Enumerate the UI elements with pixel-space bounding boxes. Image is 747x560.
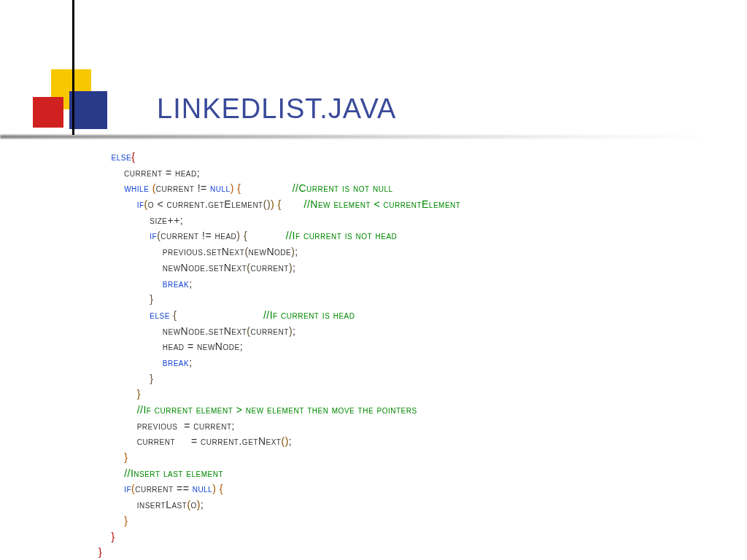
red-square <box>33 97 63 128</box>
code-line: } <box>98 450 460 466</box>
code-block: else{ current = head; while (current != … <box>98 149 460 560</box>
code-line: } <box>98 529 460 545</box>
code-line: newNode.setNext(current); <box>98 260 460 276</box>
code-line: previous.setNext(newNode); <box>98 244 460 260</box>
code-line: size++; <box>98 213 460 229</box>
code-line: if(current != head) { //If current is no… <box>98 228 460 244</box>
code-line: } <box>98 371 460 387</box>
code-line: insertLast(o); <box>98 497 460 513</box>
code-line: else { //If current is head <box>98 308 460 324</box>
horizontal-shadow <box>0 135 747 148</box>
code-line: } <box>98 545 460 560</box>
code-line: current = current.getNext(); <box>98 434 460 450</box>
slide-title: LINKEDLIST.JAVA <box>157 93 396 125</box>
code-line: } <box>98 513 460 529</box>
code-line: previous = current; <box>98 419 460 435</box>
code-line: } <box>98 386 460 402</box>
code-line: head = newNode; <box>98 339 460 355</box>
code-line: //Insert last element <box>98 466 460 482</box>
code-line: if(o < current.getElement()) { //New ele… <box>98 197 460 213</box>
code-line: current = head; <box>98 166 460 182</box>
blue-square <box>69 91 107 129</box>
code-line: break; <box>98 355 460 371</box>
code-line: while (current != null) { //Current is n… <box>98 181 460 197</box>
code-line: newNode.setNext(current); <box>98 324 460 340</box>
code-line: //If current element > new element then … <box>98 402 460 419</box>
code-line: if(current == null) { <box>98 481 460 497</box>
code-line: else{ <box>98 149 460 166</box>
code-line: break; <box>98 276 460 292</box>
vertical-divider <box>72 0 74 135</box>
code-line: } <box>98 292 460 308</box>
